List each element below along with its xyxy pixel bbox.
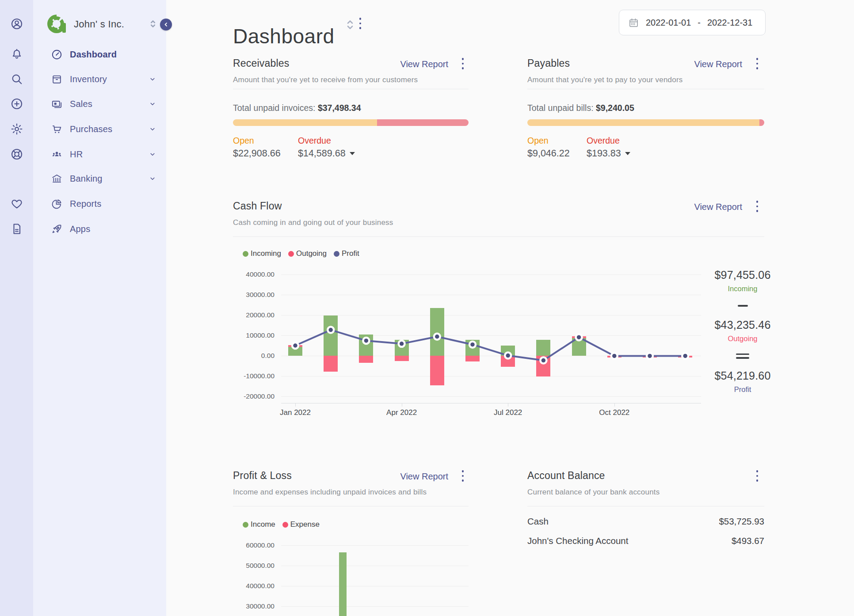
favorites-heart-icon[interactable] — [10, 197, 23, 210]
profit-point[interactable] — [540, 357, 546, 364]
cash-flow-view-report-link[interactable]: View Report — [694, 202, 742, 212]
sidebar-item-inventory[interactable]: Inventory — [33, 68, 166, 91]
payables-overdue-label: Overdue — [587, 136, 620, 146]
gridline — [281, 586, 469, 586]
profit-point[interactable] — [434, 334, 440, 340]
legend-item-outgoing[interactable]: Outgoing — [288, 249, 327, 258]
profit-point[interactable] — [363, 338, 369, 344]
legend-label: Profit — [342, 249, 359, 258]
profit-point[interactable] — [505, 353, 511, 359]
receivables-kebab[interactable] — [460, 58, 466, 69]
x-axis-tick-label: Apr 2022 — [371, 408, 433, 417]
user-account-icon[interactable] — [10, 17, 23, 30]
chevron-down-icon[interactable] — [149, 175, 156, 183]
divider — [233, 89, 469, 89]
profit-point[interactable] — [576, 334, 582, 340]
y-axis-tick-label: -20000.00 — [233, 392, 274, 400]
income-bar[interactable] — [339, 552, 347, 616]
chevron-down-icon[interactable] — [149, 100, 156, 108]
sidebar-item-banking[interactable]: Banking — [33, 167, 166, 190]
payables-title: Payables — [527, 57, 570, 69]
account-balance-row: Cash$53,725.93 — [527, 512, 764, 531]
account-balance-rows: Cash$53,725.93John's Checking Account$49… — [527, 512, 764, 551]
outgoing-total-label: Outgoing — [706, 335, 779, 343]
chevron-down-icon[interactable] — [149, 75, 156, 83]
legend-item-incoming[interactable]: Incoming — [243, 249, 281, 258]
chevron-down-icon[interactable] — [149, 125, 156, 133]
legend-dot-icon — [282, 522, 288, 528]
create-new-icon[interactable] — [10, 97, 23, 110]
notifications-bell-icon[interactable] — [10, 48, 23, 61]
profit-loss-view-report-link[interactable]: View Report — [400, 472, 448, 482]
dashboard-menu-kebab[interactable] — [357, 18, 363, 29]
incoming-total-label: Incoming — [706, 285, 779, 293]
sidebar-item-label: Sales — [70, 99, 92, 109]
profit-loss-chart: 60000.0050000.0040000.0030000.00 — [281, 537, 469, 616]
payables-view-report-link[interactable]: View Report — [694, 59, 742, 69]
cash-icon — [51, 98, 63, 110]
payables-kebab[interactable] — [754, 58, 760, 69]
profit-point[interactable] — [611, 353, 618, 359]
legend-label: Expense — [290, 520, 320, 529]
overdue-dropdown-caret-icon[interactable] — [350, 152, 355, 155]
y-axis-tick-label: -10000.00 — [233, 372, 274, 380]
legend-dot-icon — [288, 251, 294, 257]
legend-label: Incoming — [251, 249, 281, 258]
profit-point[interactable] — [469, 342, 476, 348]
progress-overdue-segment — [377, 119, 469, 126]
profit-point[interactable] — [399, 341, 405, 347]
date-range-picker[interactable]: 2022-01-01 - 2022-12-31 — [619, 10, 766, 35]
account-value: $53,725.93 — [719, 516, 764, 527]
date-separator: - — [698, 18, 701, 28]
company-name: John' s Inc. — [74, 19, 124, 30]
payables-open-label: Open — [527, 136, 549, 146]
akaunting-logo-icon — [46, 14, 67, 34]
y-axis-tick-label: 30000.00 — [233, 291, 274, 299]
documents-icon[interactable] — [10, 222, 23, 236]
legend-label: Outgoing — [296, 249, 327, 258]
icon-rail — [0, 0, 33, 616]
sidebar-item-apps[interactable]: Apps — [33, 217, 166, 240]
cart-icon — [51, 123, 63, 135]
equals-operator-icon — [736, 354, 749, 359]
profit-loss-kebab[interactable] — [460, 470, 466, 482]
help-life-ring-icon[interactable] — [10, 148, 23, 161]
sidebar-item-sales[interactable]: Sales — [33, 92, 166, 115]
receivables-total-label: Total unpaid invoices: — [233, 103, 315, 113]
receivables-view-report-link[interactable]: View Report — [400, 59, 448, 69]
profit-point[interactable] — [647, 353, 653, 359]
cash-flow-kebab[interactable] — [754, 201, 760, 212]
payables-open-value: $9,046.22 — [527, 148, 570, 159]
divider — [527, 89, 764, 89]
sidebar-item-purchases[interactable]: Purchases — [33, 118, 166, 141]
dashboard-page: John' s Inc. DashboardInventorySalesPurc… — [0, 0, 854, 616]
profit-point[interactable] — [292, 342, 298, 349]
legend-item-profit[interactable]: Profit — [334, 249, 359, 258]
sidebar-item-hr[interactable]: HR — [33, 143, 166, 166]
dashboard-switcher-icon[interactable] — [345, 19, 355, 31]
x-axis-tick-label: Jul 2022 — [477, 408, 539, 417]
company-switcher-icon[interactable] — [147, 18, 159, 30]
account-balance-subtitle: Current balance of your bank accounts — [527, 488, 660, 497]
profit-point[interactable] — [682, 353, 688, 359]
sidebar-item-dashboard[interactable]: Dashboard — [33, 43, 166, 66]
search-icon[interactable] — [10, 72, 23, 86]
divider — [233, 236, 764, 237]
outgoing-total: $43,235.46 — [706, 319, 779, 331]
overdue-dropdown-caret-icon[interactable] — [625, 152, 630, 155]
legend-item-income[interactable]: Income — [243, 520, 275, 529]
settings-gear-icon[interactable] — [10, 122, 23, 136]
sidebar-item-reports[interactable]: Reports — [33, 192, 166, 215]
legend-item-expense[interactable]: Expense — [282, 520, 320, 529]
profit-total-label: Profit — [706, 385, 779, 394]
sidebar-collapse-button[interactable] — [160, 19, 172, 30]
x-axis-tick-label: Jan 2022 — [264, 408, 326, 417]
chevron-down-icon[interactable] — [149, 150, 156, 158]
receivables-progress-bar — [233, 119, 469, 126]
profit-loss-subtitle: Income and expenses including unpaid inv… — [233, 488, 427, 497]
profit-point[interactable] — [328, 327, 334, 333]
y-axis-tick-label: 40000.00 — [233, 270, 274, 278]
account-balance-kebab[interactable] — [754, 470, 760, 482]
profit-total: $54,219.60 — [706, 369, 779, 382]
payables-subtitle: Amount that you're yet to pay to your ve… — [527, 76, 683, 84]
